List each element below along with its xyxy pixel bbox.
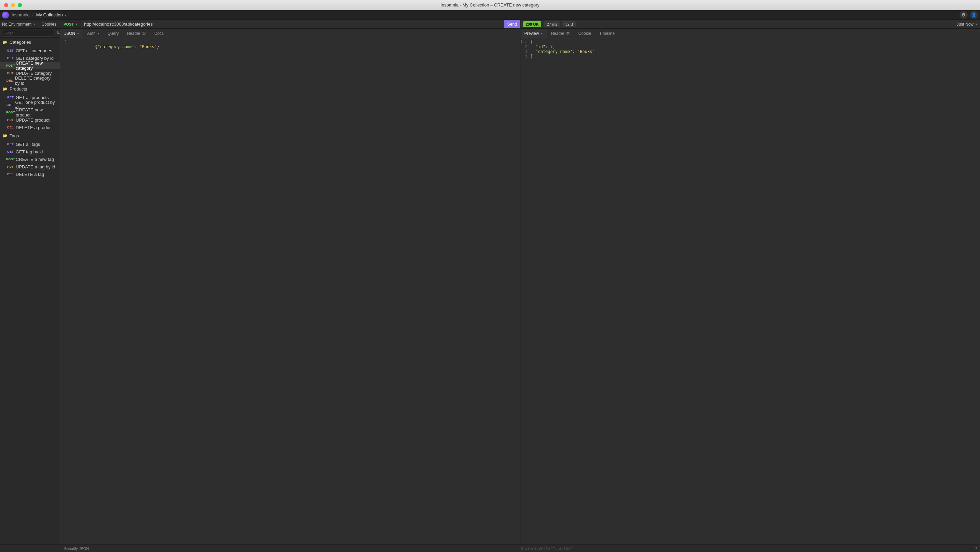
method-tag: DEL [6, 79, 13, 82]
sidebar-request-item[interactable]: POSTCREATE new product [0, 109, 60, 116]
method-tag: GET [6, 103, 13, 107]
tab-auth-label: Auth [87, 31, 95, 36]
method-tag: GET [6, 95, 14, 99]
folder-label: Categories [10, 40, 31, 45]
request-label: GET all categories [16, 48, 52, 53]
sidebar-request-item[interactable]: POSTCREATE new category [0, 62, 60, 69]
tab-response-header[interactable]: Header 7 [547, 29, 574, 38]
tab-cookie[interactable]: Cookie [574, 29, 595, 38]
user-icon: 👤 [971, 12, 977, 17]
breadcrumb: Insomnia / My Collection ▾ [12, 12, 66, 17]
time-badge: 27 ms [544, 21, 560, 27]
breadcrumb-collection[interactable]: My Collection [36, 12, 63, 17]
sidebar-folder[interactable]: 📂Categories [0, 38, 60, 47]
line-number: 2 [520, 45, 531, 49]
filter-input[interactable] [2, 30, 54, 37]
request-label: GET tag by id [16, 149, 43, 154]
status-badge: 200 OK [523, 21, 542, 27]
response-body-viewer[interactable]: 1 ▾ { 2 "id": 7, 3 "category_name": "Boo… [520, 38, 980, 544]
gear-icon: ⚙ [961, 12, 966, 17]
tab-body-label: JSON [64, 31, 75, 36]
help-button[interactable]: ? [972, 547, 980, 550]
chevron-down-icon[interactable]: ▾ [65, 14, 66, 17]
request-label: DELETE a product [16, 125, 52, 130]
url-bar: POST ▾ Send [60, 20, 520, 29]
maximize-window-icon[interactable] [18, 3, 22, 7]
folder-open-icon: 📂 [3, 40, 8, 45]
tab-header[interactable]: Header 1 [123, 29, 150, 38]
method-tag: DEL [6, 172, 14, 176]
tab-timeline[interactable]: Timeline [595, 29, 619, 38]
sidebar-request-item[interactable]: GETGET tag by id [0, 148, 60, 156]
method-label: POST [64, 22, 74, 26]
editor-line: 1 ▾ { [520, 40, 980, 45]
minimize-window-icon[interactable] [11, 3, 15, 7]
method-tag: GET [6, 49, 14, 52]
sidebar-request-item[interactable]: DELDELETE a product [0, 124, 60, 131]
method-tag: POST [6, 111, 14, 114]
json-brace: } [531, 54, 533, 59]
tab-query[interactable]: Query [103, 29, 123, 38]
json-string: "Books" [578, 49, 595, 54]
tab-response-header-label: Header [551, 31, 564, 36]
sidebar-request-item[interactable]: GETGET all categories [0, 47, 60, 54]
chevron-down-icon: ▾ [77, 32, 79, 35]
sidebar-request-item[interactable]: PUTUPDATE a tag by id [0, 163, 60, 170]
method-tag: GET [6, 142, 14, 146]
tab-body[interactable]: JSON ▾ [60, 29, 83, 38]
tab-auth[interactable]: Auth ▾ [83, 29, 103, 38]
send-button[interactable]: Send [504, 20, 520, 29]
header-count-badge: 1 [142, 32, 146, 35]
cookies-button[interactable]: Cookies [38, 22, 60, 27]
method-select[interactable]: POST ▾ [60, 20, 81, 29]
json-key: "category_name" [535, 49, 572, 54]
editor-line: 1 {"category_name": "Books"} [60, 40, 520, 54]
close-window-icon[interactable] [4, 3, 8, 7]
chevron-down-icon: ▾ [98, 32, 99, 35]
request-label: GET all tags [16, 142, 40, 147]
sidebar-request-list: 📂CategoriesGETGET all categoriesGETGET c… [0, 38, 60, 544]
line-number: 1 [60, 40, 70, 54]
method-tag: GET [6, 150, 14, 153]
editor-line: 2 "id": 7, [520, 45, 980, 49]
url-input[interactable] [81, 20, 504, 29]
environment-select[interactable]: No Environment ▾ [0, 22, 37, 27]
request-label: DELETE category by id [15, 75, 56, 86]
sidebar-request-item[interactable]: DELDELETE category by id [0, 77, 60, 84]
breadcrumb-app[interactable]: Insomnia [12, 12, 30, 17]
jsonpath-hint[interactable]: $.store.books[*].author [516, 546, 972, 550]
request-label: GET category by id [16, 56, 54, 61]
json-key: "id" [535, 45, 546, 49]
app-logo-icon[interactable] [2, 12, 9, 18]
sidebar-request-item[interactable]: POSTCREATE a new tag [0, 156, 60, 163]
chevron-down-icon: ▾ [541, 32, 542, 35]
sidebar-request-item[interactable]: DELDELETE a tag [0, 170, 60, 178]
folder-open-icon: 📂 [3, 87, 8, 91]
account-button[interactable]: 👤 [970, 11, 978, 19]
app-header: Insomnia / My Collection ▾ ⚙ 👤 [0, 10, 980, 20]
sidebar: No Environment ▾ Cookies ⇅ ✢▾ 📂Categorie… [0, 20, 60, 544]
chevron-down-icon: ▾ [33, 22, 35, 26]
line-number: 3 [520, 49, 531, 54]
sidebar-request-item[interactable]: GETGET all tags [0, 140, 60, 148]
environment-label: No Environment [2, 22, 32, 27]
json-colon: : [135, 45, 139, 49]
json-number: 7 [550, 45, 552, 49]
request-label: UPDATE a tag by id [16, 164, 55, 169]
sidebar-folder[interactable]: 📂Products [0, 84, 60, 94]
size-badge: 32 B [562, 21, 576, 27]
sidebar-folder[interactable]: 📂Tags [0, 131, 60, 140]
sidebar-toolbar: ⇅ ✢▾ [0, 29, 60, 38]
tab-preview[interactable]: Preview ▾ [520, 29, 547, 38]
tab-preview-label: Preview [525, 31, 539, 36]
history-dropdown[interactable]: Just Now ▾ [957, 22, 977, 27]
beautify-json-button[interactable]: Beautify JSON [0, 547, 516, 550]
settings-button[interactable]: ⚙ [959, 11, 968, 19]
response-header-count-badge: 7 [566, 32, 570, 35]
request-tabs: JSON ▾ Auth ▾ Query Header 1 Docs [60, 29, 520, 38]
request-body-editor[interactable]: 1 {"category_name": "Books"} [60, 38, 520, 544]
json-brace: { [531, 40, 533, 45]
tab-docs[interactable]: Docs [150, 29, 168, 38]
chevron-down-icon: ▾ [76, 22, 78, 26]
help-icon: ? [975, 547, 977, 550]
